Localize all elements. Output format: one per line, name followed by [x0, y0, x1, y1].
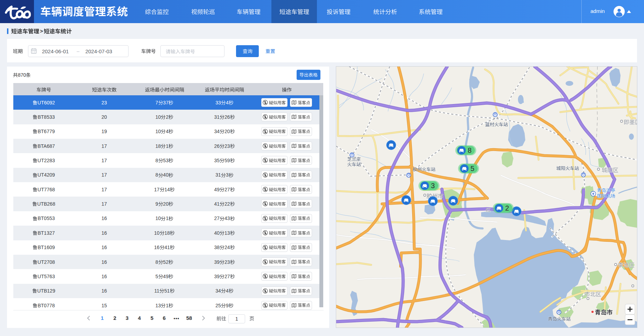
- svg-text:2: 2: [505, 204, 509, 212]
- svg-text:3: 3: [431, 182, 435, 190]
- svg-text:8: 8: [468, 146, 471, 154]
- svg-text:5: 5: [470, 165, 474, 172]
